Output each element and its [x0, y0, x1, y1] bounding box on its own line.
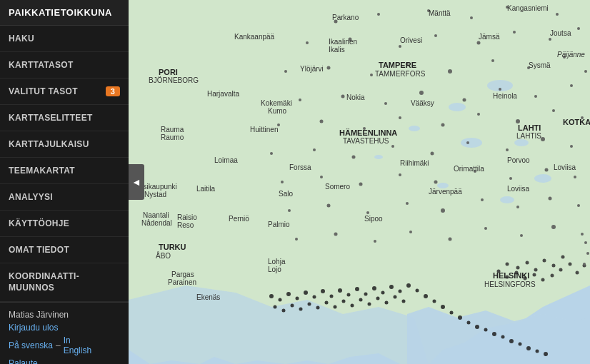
svg-point-49: [552, 109, 555, 112]
palaute-link[interactable]: Palaute: [9, 358, 38, 364]
label-järvenpää: Järvenpää: [429, 188, 462, 196]
svg-point-120: [399, 290, 402, 293]
nav-label-valitut-tasot: VALITUT TASOT: [9, 86, 78, 96]
collapse-sidebar-button[interactable]: ◄: [129, 164, 144, 200]
map-container[interactable]: ◄: [129, 0, 590, 364]
nav-item-valitut-tasot[interactable]: VALITUT TASOT 3: [0, 79, 129, 105]
svg-point-47: [477, 113, 480, 116]
nav-item-omat-tiedot[interactable]: OMAT TIEDOT: [0, 237, 129, 263]
nav-item-karttaselitteet[interactable]: KARTTASELITTEET: [0, 105, 129, 131]
svg-point-151: [385, 301, 389, 305]
label-nadendal: Nådendal: [141, 219, 172, 227]
svg-point-40: [534, 95, 537, 98]
svg-point-152: [394, 295, 397, 299]
svg-point-118: [381, 291, 385, 295]
svg-point-107: [286, 292, 291, 296]
nav-item-teemakartat[interactable]: TEEMAKARTAT: [0, 158, 129, 184]
svg-point-6: [409, 126, 420, 131]
nav-label-teemakartat: TEEMAKARTAT: [9, 166, 75, 176]
svg-point-3: [449, 103, 466, 111]
svg-point-30: [491, 59, 494, 62]
nav-item-haku[interactable]: HAKU: [0, 26, 129, 52]
svg-point-91: [543, 259, 546, 263]
map-svg: Parkano Mänttä Kangasniemi Kankaanpää Ik…: [129, 0, 590, 364]
svg-point-137: [544, 352, 548, 356]
svg-point-34: [299, 98, 301, 101]
svg-point-36: [384, 102, 387, 105]
svg-point-122: [416, 289, 419, 293]
label-bjorneborg: BJÖRNEBORG: [149, 76, 199, 84]
svg-point-4: [461, 138, 482, 148]
label-raumo: Raumo: [161, 133, 184, 141]
nav-label-haku: HAKU: [9, 34, 34, 44]
nav-item-koordinaatti-muunnos[interactable]: KOORDINAATTI-MUUNNOS: [0, 263, 129, 302]
label-heinola: Heinola: [493, 92, 517, 100]
svg-point-67: [545, 168, 549, 172]
svg-point-153: [402, 300, 406, 303]
svg-point-89: [526, 261, 529, 265]
svg-point-114: [347, 293, 351, 297]
label-lojo: Lojo: [268, 266, 281, 273]
nav-item-karttatasot[interactable]: KARTTATASOT: [0, 52, 129, 79]
svg-point-79: [334, 233, 338, 236]
svg-point-106: [279, 298, 282, 302]
label-pori: PORI: [159, 68, 178, 76]
svg-point-155: [586, 252, 589, 255]
svg-point-27: [370, 74, 373, 76]
svg-point-147: [351, 304, 354, 308]
valitut-tasot-badge: 3: [106, 86, 120, 96]
svg-point-131: [492, 332, 496, 336]
svg-point-103: [576, 271, 579, 275]
sidebar: PAIKKATIETOIKKUNA HAKU KARTTATASOT VALIT…: [0, 0, 129, 364]
svg-point-55: [431, 152, 434, 156]
svg-point-46: [441, 123, 445, 127]
svg-point-128: [467, 321, 471, 325]
svg-point-109: [304, 290, 308, 295]
nav-item-karttajulkaisu[interactable]: KARTTAJULKAISU: [0, 131, 129, 158]
svg-point-132: [501, 335, 505, 339]
svg-point-76: [549, 197, 552, 201]
nav-label-karttatasot: KARTTATASOT: [9, 60, 74, 70]
svg-point-135: [526, 346, 531, 350]
nav-item-kayttohje[interactable]: KÄYTTÖOHJE: [0, 211, 129, 237]
svg-point-77: [577, 204, 580, 207]
label-ylojärvi: Ylöjärvi: [300, 65, 324, 73]
svg-point-8: [534, 174, 551, 183]
nav-item-analyysi[interactable]: ANALYYSI: [0, 184, 129, 211]
label-kangasniemi: Kangasniemi: [507, 4, 549, 12]
english-link[interactable]: InEnglish: [64, 335, 91, 355]
label-harjavalta: Harjavalta: [207, 90, 239, 98]
svg-point-16: [556, 13, 559, 16]
label-kumo: Kumo: [268, 107, 287, 115]
svg-point-100: [551, 274, 554, 278]
label-kotka: KOTKA: [563, 118, 590, 126]
svg-point-70: [327, 204, 331, 208]
label-ikalis: Ikalis: [329, 46, 345, 54]
svg-point-68: [574, 176, 576, 178]
nav-label-karttajulkaisu: KARTTAJULKAISU: [9, 139, 89, 149]
svg-point-101: [559, 268, 563, 272]
svg-point-61: [320, 176, 323, 178]
svg-point-72: [406, 202, 409, 205]
swedish-link[interactable]: På svenska: [9, 340, 53, 350]
svg-point-80: [374, 240, 376, 243]
svg-point-144: [325, 301, 329, 305]
logout-link[interactable]: Kirjaudu ulos: [9, 323, 58, 333]
label-orivesi: Orivesi: [400, 36, 422, 44]
svg-point-24: [577, 27, 580, 30]
svg-point-86: [581, 233, 584, 236]
svg-point-59: [570, 145, 573, 148]
label-palmio: Palmio: [268, 221, 290, 228]
svg-point-108: [296, 297, 299, 300]
label-kokemäki: Kokemäki: [261, 99, 292, 107]
svg-point-78: [295, 238, 298, 241]
label-lahti: LAHTI: [518, 123, 541, 132]
svg-point-23: [549, 38, 551, 41]
svg-point-56: [466, 141, 469, 144]
label-loviisa2: Loviisa: [507, 185, 530, 193]
svg-point-37: [419, 91, 424, 95]
label-parkano: Parkano: [332, 14, 359, 21]
label-parainen: Parainen: [168, 278, 196, 286]
label-mantta: Mänttä: [429, 9, 451, 17]
label-rauma: Rauma: [161, 126, 184, 133]
